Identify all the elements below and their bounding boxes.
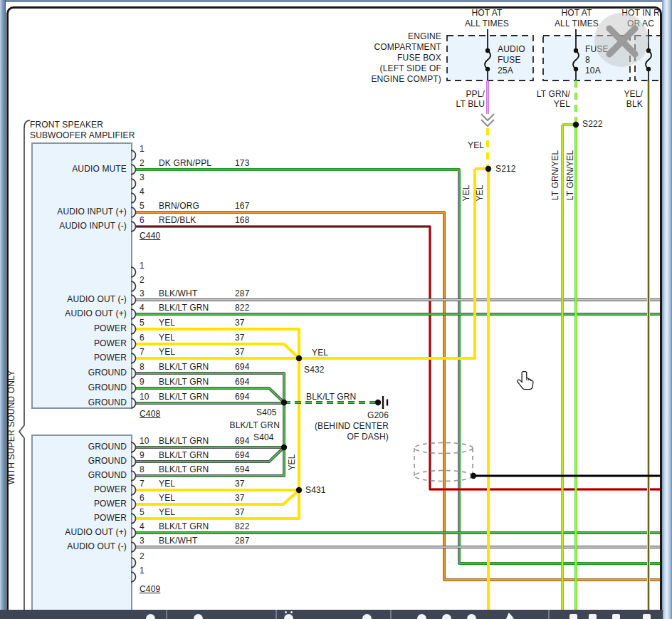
hand-cursor-icon bbox=[517, 370, 535, 395]
toolbar-divider-1 bbox=[166, 610, 167, 619]
splice-dot-s431 bbox=[296, 487, 302, 493]
wire-power-37-c408-pin6 bbox=[135, 344, 299, 358]
amplifier-box-upper bbox=[32, 143, 132, 408]
wire-audio-input-pos-167 bbox=[135, 212, 662, 580]
toolbar-button-2-circle-icon[interactable] bbox=[194, 614, 203, 619]
wiring-diagram-svg bbox=[0, 0, 672, 619]
inline-connector-icon bbox=[481, 114, 494, 126]
wire-ground-694-c409-pin9 bbox=[135, 447, 284, 462]
wire-ground-694-c408-pin9-stripe bbox=[135, 388, 284, 402]
bottom-toolbar bbox=[0, 610, 663, 619]
splice-dot-shield-drain bbox=[471, 473, 476, 479]
toolbar-divider-3 bbox=[390, 610, 392, 619]
toolbar-button-1-circle-icon[interactable] bbox=[146, 614, 155, 619]
window-left-edge bbox=[0, 0, 6, 619]
toolbar-button-10-square-icon[interactable] bbox=[589, 614, 597, 619]
scrollbar[interactable] bbox=[662, 0, 672, 619]
wire-ground-694-c408-pin9 bbox=[135, 388, 284, 402]
toolbar-divider-4 bbox=[548, 610, 550, 619]
toolbar-button-11-square-icon[interactable] bbox=[612, 614, 620, 619]
splice-dot-s212 bbox=[485, 166, 491, 172]
wire-yel-s432-to-s212 bbox=[299, 169, 475, 358]
close-button[interactable] bbox=[594, 13, 649, 67]
window-top-edge bbox=[0, 0, 672, 2]
toolbar-button-8-pointer-icon[interactable] bbox=[505, 613, 514, 619]
g206-node bbox=[375, 400, 381, 405]
toolbar-button-3-dots-circle-icon[interactable] bbox=[284, 614, 293, 619]
wire-ground-694-c409-pin9-stripe bbox=[135, 447, 284, 462]
splice-dot-s222 bbox=[573, 122, 579, 128]
toolbar-button-3-dot-1 bbox=[285, 611, 287, 613]
toolbar-button-6-circle-icon[interactable] bbox=[442, 614, 451, 619]
splice-dot-s432 bbox=[296, 355, 302, 361]
wiring-diagram-canvas[interactable]: 12AUDIO MUTEDK GRN/PPL173345AUDIO INPUT … bbox=[0, 0, 672, 619]
splice-dot-s405 bbox=[281, 400, 287, 405]
close-icon bbox=[594, 13, 649, 67]
toolbar-button-3-dot-2 bbox=[290, 611, 293, 613]
toolbar-divider-2 bbox=[275, 610, 277, 619]
toolbar-button-5-circle-icon[interactable] bbox=[417, 614, 426, 619]
wire-power-37-c409-pin6 bbox=[135, 490, 299, 504]
amplifier-box-lower bbox=[32, 435, 132, 610]
toolbar-button-7-circle-icon[interactable] bbox=[467, 614, 476, 619]
wire-audio-input-pos-167-stripe bbox=[135, 212, 662, 580]
amplifier-group-brace bbox=[19, 120, 30, 610]
splice-dot-s404 bbox=[281, 444, 287, 450]
toolbar-button-9-square-icon[interactable] bbox=[569, 614, 577, 619]
toolbar-button-4-circle-icon[interactable] bbox=[362, 614, 372, 619]
toolbar-button-12-square-icon[interactable] bbox=[643, 614, 651, 619]
